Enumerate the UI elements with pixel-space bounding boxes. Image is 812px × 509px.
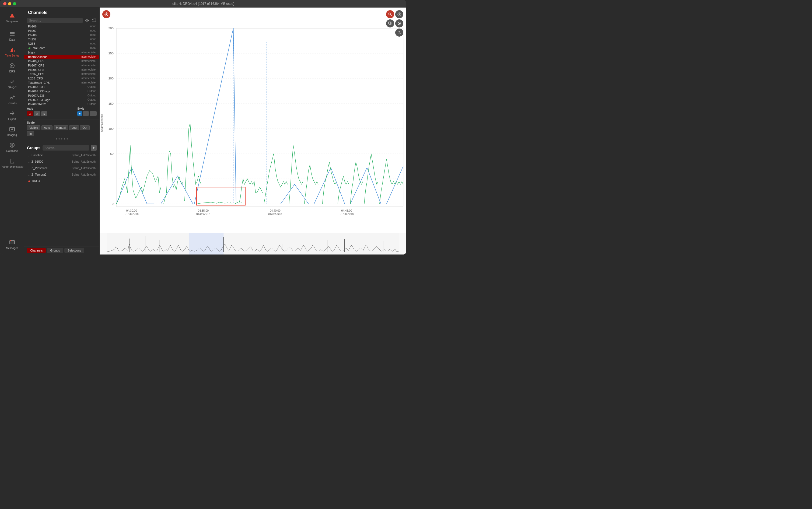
channel-item-pb207u235[interactable]: Pb207/U235 Output bbox=[24, 94, 99, 98]
group-item-ztemora2[interactable]: ↓ Z_Temora2 Spline_AutoSmooth bbox=[24, 171, 99, 178]
channel-item-u238cps[interactable]: U238_CPS Intermediate bbox=[24, 76, 99, 80]
channel-item-beamseconds[interactable]: BeamSeconds Intermediate bbox=[24, 55, 99, 59]
sidebar-item-messages[interactable]: 1 Messages bbox=[0, 236, 24, 252]
svg-text:300: 300 bbox=[108, 27, 114, 30]
sidebar-item-imaging[interactable]: Imaging bbox=[0, 123, 24, 139]
scale-section: Scale Visible Auto Manual Log Out In • •… bbox=[24, 120, 99, 143]
channel-type: Output bbox=[87, 94, 96, 97]
channel-name: Pb208_CPS bbox=[28, 68, 44, 71]
style-line-button[interactable]: — bbox=[83, 111, 89, 116]
chart-settings-button[interactable] bbox=[102, 10, 110, 18]
axis-close-button[interactable]: ✕ bbox=[34, 111, 40, 116]
sidebar-item-drs[interactable]: DRS bbox=[0, 60, 24, 76]
close-button[interactable] bbox=[3, 2, 6, 5]
channels-eye-button[interactable] bbox=[84, 18, 90, 23]
tab-selections[interactable]: Selections bbox=[64, 248, 84, 253]
channel-name: Pb208 bbox=[28, 33, 37, 37]
svg-text:100: 100 bbox=[108, 127, 114, 130]
chart-icon-row-1 bbox=[386, 10, 403, 18]
channel-item-pb206u238[interactable]: Pb206/U238 Output bbox=[24, 85, 99, 89]
style-group: Style ■ — – – bbox=[77, 107, 97, 116]
scale-in-button[interactable]: In bbox=[27, 131, 34, 136]
sidebar-item-time-series[interactable]: Time Series bbox=[0, 44, 24, 60]
scale-log-button[interactable]: Log bbox=[69, 125, 79, 130]
group-item-baseline[interactable]: ↓ Baseline Spline_AutoSmooth bbox=[24, 152, 99, 158]
sidebar-item-export[interactable]: Export bbox=[0, 107, 24, 123]
axis-style-section: Axis « ✕ » Style ■ — – – bbox=[24, 105, 99, 120]
channel-item-pb208[interactable]: Pb208 Input bbox=[24, 33, 99, 37]
minimize-button[interactable] bbox=[8, 2, 11, 5]
chart-zoom-button[interactable] bbox=[395, 29, 403, 37]
channel-item-u238[interactable]: U238 Input bbox=[24, 41, 99, 46]
svg-text:01/08/2018: 01/08/2018 bbox=[268, 212, 282, 215]
groups-search-input[interactable] bbox=[42, 145, 89, 150]
channel-item-th232[interactable]: Th232 Input bbox=[24, 37, 99, 41]
channel-item-pb208th232[interactable]: Pb208/Th232 Output bbox=[24, 102, 99, 105]
tab-channels[interactable]: Channels bbox=[27, 248, 46, 253]
scale-manual-button[interactable]: Manual bbox=[54, 125, 68, 130]
scale-out-button[interactable]: Out bbox=[80, 125, 90, 130]
channel-item-pb206cps[interactable]: Pb206_CPS Intermediate bbox=[24, 59, 99, 63]
channel-item-totalbeam[interactable]: ◀TotalBeam Input bbox=[24, 46, 99, 50]
svg-text:150: 150 bbox=[108, 102, 114, 105]
channels-search-input[interactable] bbox=[27, 18, 83, 23]
chart-search-button[interactable] bbox=[386, 10, 394, 18]
messages-label: Messages bbox=[6, 247, 18, 250]
sidebar-item-data[interactable]: Data bbox=[0, 28, 24, 44]
axis-prev-button[interactable]: « bbox=[27, 111, 33, 116]
svg-line-21 bbox=[391, 15, 392, 16]
bottom-tabs: Channels Groups Selections bbox=[24, 246, 99, 254]
templates-icon bbox=[9, 12, 15, 19]
style-solid-button[interactable]: ■ bbox=[77, 111, 82, 116]
channel-item-pb207[interactable]: Pb207 Input bbox=[24, 29, 99, 33]
channel-name: Th232_CPS bbox=[28, 72, 44, 76]
group-item-z91500[interactable]: ↓ Z_91500 Spline_AutoSmooth bbox=[24, 158, 99, 165]
channel-name: Pb207/U235 age bbox=[28, 98, 50, 102]
scale-visible-button[interactable]: Visible bbox=[27, 125, 40, 130]
channel-item-pb207u235age[interactable]: Pb207/U235 age Output bbox=[24, 98, 99, 102]
channel-type: Input bbox=[90, 33, 96, 37]
svg-rect-1 bbox=[10, 32, 14, 33]
channel-type: Input bbox=[90, 29, 96, 32]
group-list: ↓ Baseline Spline_AutoSmooth ↓ Z_91500 S… bbox=[24, 152, 99, 246]
svg-point-29 bbox=[399, 23, 400, 24]
chart-snapshot-button[interactable] bbox=[395, 20, 403, 28]
channels-folder-button[interactable] bbox=[91, 18, 97, 23]
group-icon-ztemora2: ↓ bbox=[28, 172, 30, 177]
axis-next-button[interactable]: » bbox=[41, 111, 47, 116]
svg-rect-7 bbox=[14, 50, 14, 52]
main-chart-svg: 300 250 200 150 100 50 0 BeamSeconds 04:… bbox=[100, 7, 406, 233]
group-item-zplesovice[interactable]: ↓ Z_Plesovice Spline_AutoSmooth bbox=[24, 165, 99, 171]
channel-item-pb207cps[interactable]: Pb207_CPS Intermediate bbox=[24, 63, 99, 68]
scale-auto-button[interactable]: Auto bbox=[41, 125, 52, 130]
channel-name: U238 bbox=[28, 42, 35, 45]
scale-buttons: Visible Auto Manual Log Out In bbox=[27, 125, 97, 136]
svg-marker-0 bbox=[10, 13, 14, 18]
channel-item-mask[interactable]: Mask Intermediate bbox=[24, 50, 99, 55]
maximize-button[interactable] bbox=[13, 2, 16, 5]
channel-item-totalbeamcps[interactable]: TotalBeam_CPS Intermediate bbox=[24, 80, 99, 85]
svg-rect-27 bbox=[388, 22, 391, 24]
channel-name: Pb206 bbox=[28, 25, 37, 28]
chart-copy-button[interactable] bbox=[386, 20, 394, 28]
channel-item-pb206u238age[interactable]: Pb206/U238 age Output bbox=[24, 89, 99, 94]
svg-rect-3 bbox=[10, 35, 14, 36]
channel-item-pb208cps[interactable]: Pb208_CPS Intermediate bbox=[24, 68, 99, 72]
channel-name: Th232 bbox=[28, 38, 36, 41]
style-btn-group: ■ — – – bbox=[77, 111, 97, 116]
sidebar-item-qaqc[interactable]: QA/QC bbox=[0, 76, 24, 92]
group-method: Spline_AutoSmooth bbox=[72, 173, 96, 176]
sidebar-item-database[interactable]: Database bbox=[0, 139, 24, 155]
style-dash-button[interactable]: – – bbox=[90, 111, 97, 116]
groups-add-button[interactable]: + bbox=[91, 145, 97, 151]
sidebar-item-python[interactable]: Python Workspace bbox=[0, 155, 24, 171]
sidebar-item-results[interactable]: Results bbox=[0, 92, 24, 107]
chart-filter-button[interactable] bbox=[395, 10, 403, 18]
divider-1 bbox=[5, 27, 20, 27]
sidebar-item-templates[interactable]: Templates bbox=[0, 10, 24, 26]
channel-item-th232cps[interactable]: Th232_CPS Intermediate bbox=[24, 72, 99, 76]
channel-item-pb206[interactable]: Pb206 Input bbox=[24, 24, 99, 29]
export-icon bbox=[9, 110, 15, 116]
tab-groups[interactable]: Groups bbox=[47, 248, 63, 253]
group-item-dro4[interactable]: ● DRO4 bbox=[24, 178, 99, 184]
